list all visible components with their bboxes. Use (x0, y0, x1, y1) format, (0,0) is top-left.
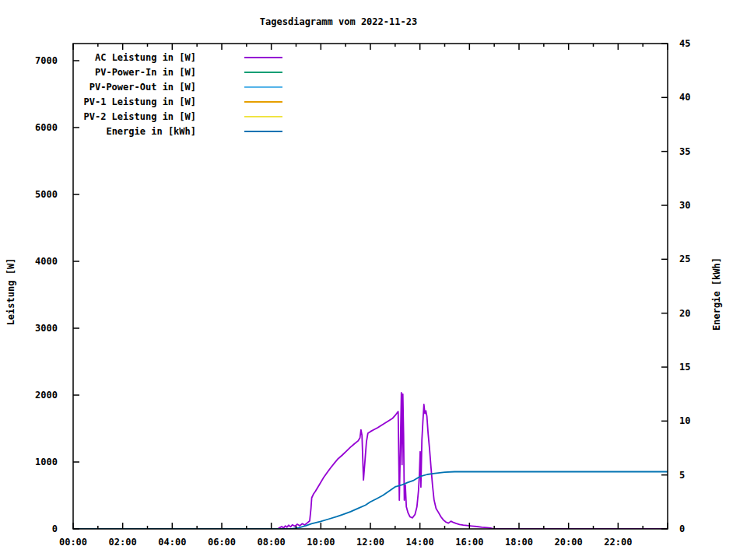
y-right-tick-label: 10 (679, 415, 690, 426)
legend-item: PV-Power-In in [W] (47, 66, 282, 79)
y-left-tick-label: 1000 (35, 457, 58, 467)
legend-line-sample (244, 72, 282, 73)
x-tick-label: 08:00 (258, 537, 286, 548)
y-right-tick-label: 40 (679, 92, 690, 103)
series-line-energie-in-kwh (73, 472, 668, 530)
legend-item: PV-Power-Out in [W] (47, 81, 282, 93)
legend-item: AC Leistung in [W] (47, 51, 282, 64)
y-left-tick-label: 3000 (35, 323, 58, 334)
legend-line-sample (244, 86, 282, 88)
legend-item: PV-1 Leistung in [W] (47, 96, 282, 108)
y-left-tick-label: 0 (52, 523, 58, 534)
legend-label: PV-2 Leistung in [W] (47, 111, 196, 122)
y-right-tick-label: 20 (679, 308, 690, 319)
y-left-tick-label: 4000 (35, 256, 58, 267)
y-right-tick-label: 15 (679, 362, 690, 373)
y-left-tick-label: 5000 (35, 189, 58, 200)
x-tick-label: 10:00 (307, 537, 335, 548)
y-right-tick-label: 25 (679, 254, 690, 264)
y-left-tick-label: 2000 (35, 390, 58, 401)
x-tick-label: 06:00 (208, 537, 236, 548)
x-tick-label: 22:00 (604, 537, 632, 548)
y-right-tick-label: 30 (679, 200, 690, 211)
legend-label: PV-Power-In in [W] (47, 67, 196, 78)
y-right-tick-label: 5 (679, 470, 685, 481)
x-tick-label: 18:00 (505, 537, 533, 548)
legend-item: PV-2 Leistung in [W] (47, 110, 282, 123)
x-tick-label: 20:00 (555, 537, 583, 548)
x-tick-label: 16:00 (455, 537, 483, 548)
x-tick-label: 04:00 (158, 537, 186, 548)
legend-item: Energie in [kWh] (47, 125, 282, 138)
legend-line-sample (244, 116, 282, 117)
legend-line-sample (244, 131, 282, 132)
tagesdiagramm-chart: Tagesdiagramm vom 2022-11-23 Leistung [W… (0, 0, 747, 560)
x-tick-label: 14:00 (406, 537, 434, 548)
series-line-ac-leistung-in-w (73, 393, 668, 529)
legend-label: PV-Power-Out in [W] (47, 82, 196, 93)
legend-line-sample (244, 101, 282, 103)
legend-label: PV-1 Leistung in [W] (47, 96, 196, 107)
x-tick-label: 02:00 (109, 537, 137, 548)
legend-label: Energie in [kWh] (47, 126, 196, 137)
legend-label: AC Leistung in [W] (47, 52, 196, 63)
x-tick-label: 12:00 (356, 537, 384, 548)
x-tick-label: 00:00 (59, 537, 87, 548)
y-right-tick-label: 45 (679, 38, 690, 49)
y-right-tick-label: 0 (679, 523, 685, 534)
y-right-tick-label: 35 (679, 146, 690, 157)
legend-line-sample (244, 57, 282, 58)
